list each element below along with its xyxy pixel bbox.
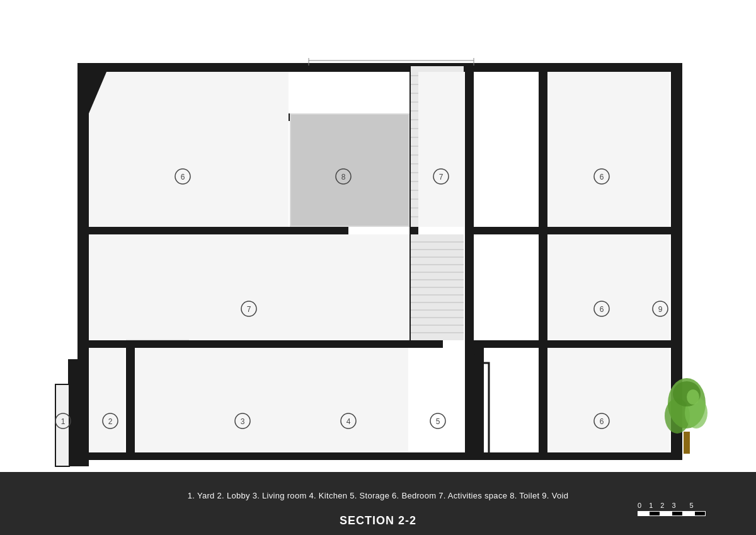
main-container: 1 2 3 4 5 6 6 6 6 7 7 8 [0,0,756,535]
svg-text:6: 6 [600,173,604,181]
svg-text:1: 1 [61,417,66,426]
svg-rect-82 [418,72,464,227]
svg-rect-4 [77,452,682,460]
svg-rect-63 [465,371,484,378]
svg-point-117 [687,389,699,405]
svg-rect-70 [465,423,484,431]
svg-rect-69 [465,416,484,423]
svg-rect-71 [465,431,484,439]
svg-rect-13 [126,340,135,454]
svg-text:3: 3 [241,417,245,426]
architectural-drawing: 1 2 3 4 5 6 6 6 6 7 7 8 [0,0,756,472]
svg-rect-59 [465,340,484,348]
svg-text:7: 7 [247,305,251,314]
svg-rect-78 [547,348,670,452]
svg-rect-15 [539,63,547,233]
svg-rect-67 [465,401,484,408]
svg-rect-77 [135,348,408,452]
svg-rect-85 [77,63,89,113]
svg-text:6: 6 [600,417,604,426]
scale-bar: 0 1 2 3 5 [638,502,706,516]
svg-rect-80 [547,72,670,227]
svg-text:9: 9 [658,305,663,314]
svg-rect-62 [465,363,484,371]
svg-rect-73 [465,446,484,454]
svg-rect-112 [684,432,690,454]
svg-text:7: 7 [439,173,444,181]
svg-rect-75 [291,115,408,226]
svg-text:2: 2 [108,417,113,426]
svg-rect-72 [465,439,484,446]
svg-rect-8 [466,227,682,234]
scale-bar-visual [638,511,706,516]
legend-text: 1. Yard 2. Lobby 3. Living room 4. Kitch… [188,491,568,500]
svg-rect-64 [465,378,484,386]
svg-text:5: 5 [436,417,440,426]
svg-rect-68 [465,408,484,416]
svg-rect-3 [77,63,89,466]
svg-rect-65 [465,386,484,393]
scale-numbers: 0 1 2 3 5 [638,502,694,509]
svg-text:6: 6 [600,305,604,314]
svg-rect-7 [77,227,348,234]
svg-text:6: 6 [181,173,185,181]
svg-rect-6 [466,340,682,348]
svg-rect-66 [465,393,484,401]
svg-rect-79 [547,234,670,339]
svg-rect-14 [539,227,547,460]
svg-rect-9 [77,63,682,72]
svg-text:4: 4 [346,417,351,426]
section-title: SECTION 2-2 [0,514,756,527]
svg-rect-81 [89,72,289,227]
svg-text:8: 8 [341,173,346,181]
legend-area: 1. Yard 2. Lobby 3. Living room 4. Kitch… [0,491,756,500]
svg-rect-83 [89,234,410,339]
svg-rect-76 [89,348,125,452]
